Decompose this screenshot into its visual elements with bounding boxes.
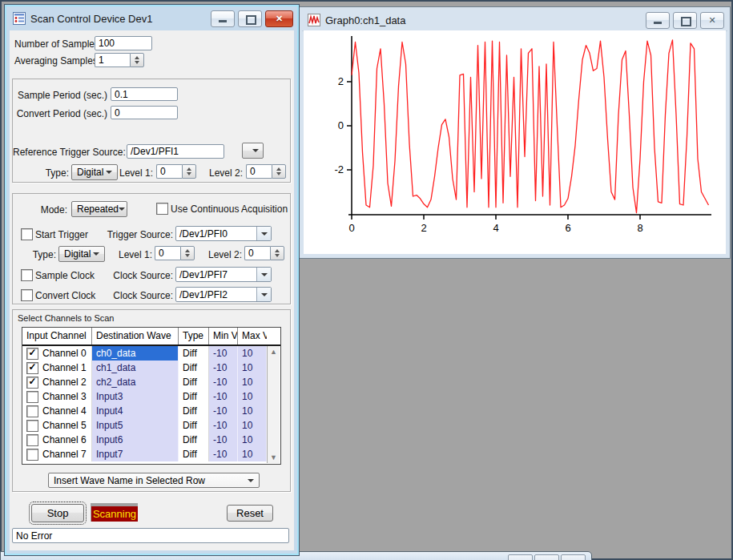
type-cell[interactable]: Diff [179,418,209,433]
scan-close-button[interactable]: ✕ [265,10,293,27]
start-trigger-checkbox[interactable] [21,228,33,240]
table-row[interactable]: ✓ Channel 1 ch1_data Diff -10 10 [22,361,280,375]
sample-period-input[interactable]: 0.1 [111,87,178,101]
channel-checkbox[interactable] [26,449,38,461]
table-row[interactable]: Channel 6 Input6 Diff -10 10 [22,433,280,447]
ref-level2-stepper[interactable]: 0 [246,164,286,179]
type-cell[interactable]: Diff [179,361,209,375]
min-cell[interactable]: -10 [209,346,238,361]
scroll-down-icon[interactable]: ▼ [268,452,280,463]
input-channel-cell[interactable]: Channel 4 [22,404,92,418]
ref-type-dropdown[interactable]: Digital [71,164,118,180]
type-cell[interactable]: Diff [179,433,209,447]
continuous-acquisition-checkbox[interactable] [156,203,168,215]
reference-trigger-dropdown-button[interactable] [242,143,264,159]
table-row[interactable]: Channel 7 Input7 Diff -10 10 [22,447,280,461]
trigger-source-combo[interactable]: /Dev1/PFI0 [175,226,272,241]
type-cell[interactable]: Diff [179,404,209,418]
wave-cell[interactable]: Input4 [92,404,179,418]
insert-wave-dropdown[interactable]: Insert Wave Name in Selected Row [48,473,260,488]
type-cell[interactable]: Diff [179,375,209,389]
table-row[interactable]: Channel 3 Input3 Diff -10 10 [22,389,280,404]
graph-minimize-button[interactable] [646,12,670,29]
scan-titlebar[interactable]: Scan Control Device Dev1 ✕ [7,7,296,30]
max-cell[interactable]: 10 [238,361,267,375]
type-cell[interactable]: Diff [179,447,209,461]
convert-period-input[interactable]: 0 [111,106,178,119]
graph-close-button[interactable]: ✕ [700,12,724,29]
start-level2-stepper[interactable]: 0 [244,246,284,260]
input-channel-cell[interactable]: Channel 6 [22,433,92,447]
ref-level1-stepper[interactable]: 0 [156,164,196,179]
wave-cell[interactable]: ch2_data [92,375,179,389]
table-scrollbar[interactable]: ▲ ▼ [267,346,280,463]
max-cell[interactable]: 10 [238,346,267,361]
reset-button[interactable]: Reset [227,505,273,522]
max-cell[interactable]: 10 [238,375,267,389]
table-row[interactable]: Channel 5 Input5 Diff -10 10 [22,418,280,433]
partial-close-button[interactable] [561,554,586,560]
reference-trigger-input[interactable]: /Dev1/PFI1 [127,144,224,159]
wave-cell[interactable]: Input3 [92,389,179,404]
convert-clock-source-combo[interactable]: /Dev1/PFI2 [175,287,272,302]
mode-dropdown[interactable]: Repeated [71,201,127,217]
max-cell[interactable]: 10 [238,418,267,433]
stop-button[interactable]: Stop [31,504,84,522]
graph-maximize-button[interactable] [673,12,697,29]
min-cell[interactable]: -10 [209,447,238,461]
table-row[interactable]: ✓ Channel 2 ch2_data Diff -10 10 [22,375,280,389]
scroll-up-icon[interactable]: ▲ [268,346,280,357]
input-channel-cell[interactable]: Channel 5 [22,418,92,433]
start-level1-stepper[interactable]: 0 [155,246,195,260]
partial-minimize-button[interactable] [508,554,533,560]
min-cell[interactable]: -10 [209,389,238,404]
min-cell[interactable]: -10 [209,433,238,447]
min-cell[interactable]: -10 [209,375,238,389]
convert-clock-checkbox[interactable] [21,289,33,301]
min-cell[interactable]: -10 [209,361,238,375]
min-cell[interactable]: -10 [209,404,238,418]
channel-checkbox[interactable] [26,405,38,417]
wave-cell[interactable]: ch0_data [92,346,179,361]
table-row[interactable]: ✓ Channel 0 ch0_data Diff -10 10 [22,346,280,361]
wave-cell[interactable]: ch1_data [92,361,179,375]
max-cell[interactable]: 10 [238,404,267,418]
spinner-arrows-icon[interactable] [130,53,144,67]
min-cell[interactable]: -10 [209,418,238,433]
column-header-input-channel[interactable]: Input Channel [22,328,92,344]
averaging-samples-value[interactable]: 1 [95,53,130,67]
number-of-samples-input[interactable]: 100 [95,36,152,50]
scan-maximize-button[interactable] [238,10,262,27]
start-type-dropdown[interactable]: Digital [58,246,105,262]
input-channel-cell[interactable]: Channel 3 [22,389,92,404]
column-header-destination-wave[interactable]: Destination Wave [92,328,179,344]
wave-cell[interactable]: Input7 [92,447,179,461]
sample-clock-source-combo[interactable]: /Dev1/PFI7 [175,267,272,282]
type-cell[interactable]: Diff [179,389,209,404]
input-channel-cell[interactable]: ✓ Channel 0 [22,346,92,361]
channel-checkbox[interactable] [26,420,38,432]
channel-checkbox[interactable] [26,391,38,403]
max-cell[interactable]: 10 [238,389,267,404]
type-cell[interactable]: Diff [179,346,209,361]
partial-maximize-button[interactable] [534,554,559,560]
scan-minimize-button[interactable] [211,10,235,27]
input-channel-cell[interactable]: ✓ Channel 1 [22,361,92,375]
wave-cell[interactable]: Input6 [92,433,179,447]
channel-checkbox[interactable]: ✓ [26,348,38,360]
column-header-min-v[interactable]: Min V [209,328,238,344]
graph-titlebar[interactable]: Graph0:ch1_data ✕ [302,10,727,31]
channel-checkbox[interactable]: ✓ [26,362,38,374]
channel-checkbox[interactable] [26,434,38,446]
column-header-type[interactable]: Type [179,328,209,344]
table-row[interactable]: Channel 4 Input4 Diff -10 10 [22,404,280,418]
max-cell[interactable]: 10 [238,447,267,461]
max-cell[interactable]: 10 [238,433,267,447]
averaging-samples-stepper[interactable]: 1 [95,53,144,67]
channel-checkbox[interactable]: ✓ [26,377,38,389]
wave-cell[interactable]: Input5 [92,418,179,433]
column-header-max-v[interactable]: Max V [238,328,267,344]
sample-clock-checkbox[interactable] [21,269,33,281]
input-channel-cell[interactable]: ✓ Channel 2 [22,375,92,389]
input-channel-cell[interactable]: Channel 7 [22,447,92,461]
